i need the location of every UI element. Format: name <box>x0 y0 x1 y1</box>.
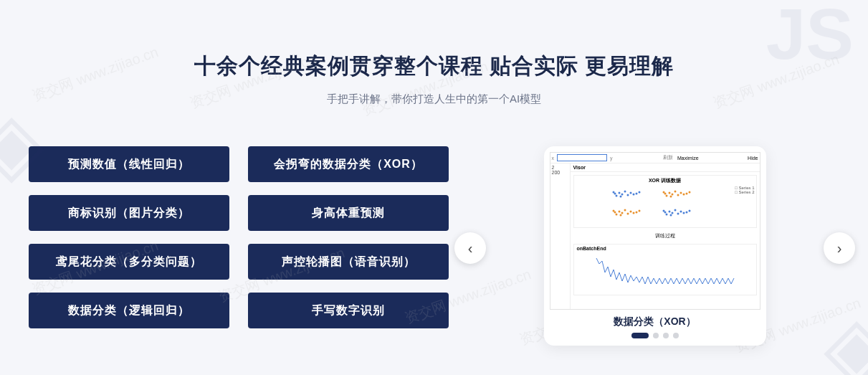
card-visualization: x y 刷新 Maximize Hide 2 200 <box>544 146 766 313</box>
visor-title: Visor <box>573 165 586 170</box>
svg-point-37 <box>671 212 673 214</box>
svg-point-5 <box>626 194 629 196</box>
tag-xor[interactable]: 会拐弯的数据分类（XOR） <box>248 146 449 182</box>
svg-point-39 <box>674 209 676 212</box>
carousel-prev-button[interactable]: ‹ <box>454 232 486 264</box>
line-chart-title: onBatchEnd <box>574 245 756 252</box>
svg-point-6 <box>629 192 631 194</box>
svg-point-8 <box>632 194 634 196</box>
tag-voice-carousel[interactable]: 声控轮播图（语音识别） <box>248 244 449 280</box>
svg-point-9 <box>635 193 637 195</box>
svg-point-14 <box>665 195 667 197</box>
chevron-right-icon: › <box>837 240 842 257</box>
carousel: ‹ x y 刷新 Maximize Hide 2 2 <box>470 146 839 346</box>
svg-point-13 <box>671 194 673 196</box>
svg-point-11 <box>619 196 621 198</box>
svg-point-27 <box>624 209 626 212</box>
page-subtitle: 手把手讲解，带你打造人生中的第一个AI模型 <box>0 92 868 106</box>
svg-point-35 <box>619 214 621 217</box>
svg-point-32 <box>632 212 634 214</box>
carousel-card-label: 数据分类（XOR） <box>544 313 766 333</box>
visor-hide: Hide <box>748 156 758 161</box>
tag-handwriting[interactable]: 手写数字识别 <box>248 293 449 328</box>
bg-cube-left: ◈ <box>0 93 44 193</box>
svg-point-25 <box>621 212 623 214</box>
svg-point-31 <box>612 210 614 212</box>
carousel-dots <box>544 333 766 346</box>
svg-point-45 <box>685 212 687 214</box>
bg-js-glyph: JS <box>766 0 854 75</box>
svg-point-2 <box>615 195 617 197</box>
svg-point-15 <box>674 191 676 193</box>
svg-point-10 <box>638 191 640 194</box>
svg-point-36 <box>668 211 670 213</box>
tag-iris[interactable]: 鸢尾花分类（多分类问题） <box>29 244 229 280</box>
carousel-next-button[interactable]: › <box>824 232 855 264</box>
svg-point-46 <box>688 210 690 212</box>
visor-maximize: Maximize <box>677 156 699 161</box>
carousel-dot-4[interactable] <box>673 333 679 338</box>
chevron-left-icon: ‹ <box>468 240 473 257</box>
tag-logo-classification[interactable]: 商标识别（图片分类） <box>29 195 229 231</box>
svg-point-43 <box>662 210 664 212</box>
svg-point-1 <box>621 194 623 196</box>
svg-point-23 <box>669 196 672 198</box>
carousel-dot-2[interactable] <box>653 333 659 338</box>
svg-point-30 <box>629 211 631 213</box>
svg-point-21 <box>685 193 687 195</box>
svg-point-47 <box>669 214 672 217</box>
svg-point-44 <box>682 212 685 214</box>
carousel-dot-3[interactable] <box>663 333 669 338</box>
svg-point-3 <box>624 191 626 193</box>
carousel-card: x y 刷新 Maximize Hide 2 200 <box>544 146 766 346</box>
svg-point-20 <box>682 194 685 196</box>
svg-point-42 <box>679 211 682 213</box>
tag-linear-regression[interactable]: 预测数值（线性回归） <box>29 146 229 182</box>
svg-point-17 <box>677 194 679 196</box>
svg-point-0 <box>618 192 620 194</box>
scatter-cluster-1 <box>612 191 690 217</box>
visor-side-val-2: 200 <box>552 170 568 175</box>
svg-point-19 <box>662 191 664 194</box>
svg-point-41 <box>677 213 679 215</box>
carousel-dot-1[interactable] <box>631 333 649 338</box>
svg-point-7 <box>612 191 614 194</box>
tag-logistic-regression[interactable]: 数据分类（逻辑回归） <box>29 293 229 328</box>
scatter-title: XOR 训练数据 <box>574 176 756 186</box>
line-section-title: 训练过程 <box>571 231 760 241</box>
svg-point-24 <box>618 211 620 213</box>
tags-grid: 预测数值（线性回归） 会拐弯的数据分类（XOR） 商标识别（图片分类） 身高体重… <box>29 146 449 346</box>
svg-point-12 <box>668 192 670 194</box>
svg-point-18 <box>679 192 682 194</box>
svg-point-29 <box>626 213 629 215</box>
visor-side-val-1: 2 <box>552 165 568 170</box>
svg-point-34 <box>638 210 640 212</box>
svg-point-33 <box>635 212 637 214</box>
svg-point-38 <box>665 214 667 216</box>
tag-height-weight[interactable]: 身高体重预测 <box>248 195 449 231</box>
page-title: 十余个经典案例贯穿整个课程 贴合实际 更易理解 <box>0 52 868 81</box>
svg-point-26 <box>615 214 617 216</box>
svg-point-22 <box>688 191 690 194</box>
